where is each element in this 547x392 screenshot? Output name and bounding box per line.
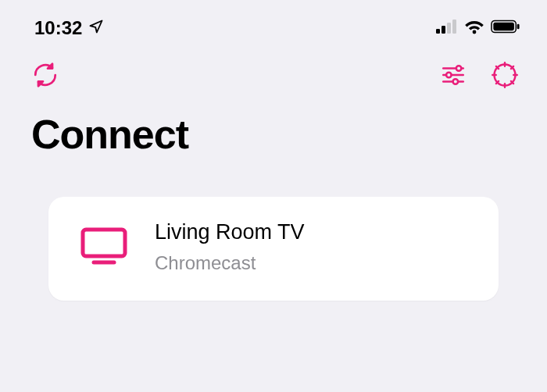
- status-bar: 10:32: [0, 0, 547, 42]
- cellular-icon: [436, 20, 458, 37]
- battery-icon: [491, 20, 520, 37]
- svg-point-15: [453, 79, 459, 84]
- svg-rect-7: [517, 24, 520, 30]
- filters-button[interactable]: [439, 62, 467, 88]
- tv-icon: [80, 225, 128, 270]
- status-time: 10:32: [34, 17, 82, 39]
- status-right: [436, 19, 520, 37]
- device-name: Living Room TV: [155, 220, 305, 244]
- svg-rect-2: [447, 23, 451, 34]
- refresh-button[interactable]: [31, 61, 59, 89]
- status-left: 10:32: [34, 17, 104, 39]
- toolbar-right: [439, 61, 519, 89]
- device-card[interactable]: Living Room TV Chromecast: [48, 197, 499, 301]
- device-type: Chromecast: [155, 252, 305, 274]
- settings-button[interactable]: [491, 61, 519, 89]
- location-icon: [88, 17, 104, 39]
- svg-rect-0: [436, 29, 440, 34]
- svg-point-11: [456, 66, 462, 71]
- svg-rect-6: [493, 23, 514, 30]
- device-texts: Living Room TV Chromecast: [155, 220, 305, 274]
- svg-point-4: [473, 30, 477, 34]
- svg-rect-1: [442, 26, 445, 34]
- wifi-icon: [464, 19, 484, 37]
- toolbar: [0, 42, 547, 89]
- svg-rect-3: [452, 20, 456, 34]
- page-title: Connect: [0, 89, 547, 158]
- svg-rect-25: [83, 230, 125, 256]
- svg-point-13: [446, 73, 452, 78]
